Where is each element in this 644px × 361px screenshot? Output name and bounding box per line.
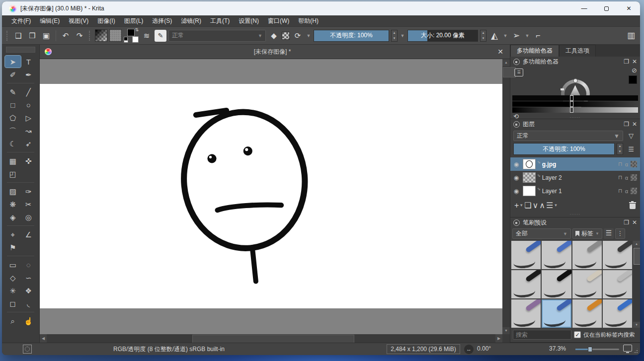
similar-color-select-tool[interactable]: ❖ [21,285,37,296]
polyline-tool[interactable]: ▷ [21,112,37,124]
toolbox-separator[interactable] [5,254,36,258]
toolbox-spacer[interactable] [21,241,37,253]
layer-row[interactable]: ◉ ⇘ Layer 2 ⊓ α [510,171,640,184]
workspace-chooser-button[interactable]: ▥ [625,29,637,42]
slider-marker[interactable] [570,95,573,101]
tab-advanced-color-selector[interactable]: 多功能拾色器 [510,45,559,57]
vertical-mirror-button[interactable]: ➢ [510,29,522,42]
smart-patch-tool[interactable]: ❋ [5,198,21,210]
foreground-color[interactable] [127,29,135,36]
new-document-button[interactable]: ❑ [12,29,24,42]
layer-name[interactable]: Layer 1 [542,188,616,195]
gradient-swatch-button[interactable] [95,29,107,42]
toolbox-separator[interactable] [5,81,36,85]
swap-colors-icon[interactable]: ⇅ [135,27,139,32]
transform-tool[interactable]: ▦ [5,155,21,167]
move-layer-down-button[interactable]: ∨ [533,201,539,210]
close-docker-icon[interactable]: ✕ [632,219,637,226]
brush-menu-icon[interactable]: ☰ [604,228,614,239]
brush-size-slider[interactable]: 大小: 20.00 像素 [407,30,478,42]
layer-row[interactable]: ◉ ⇘ g.jpg ⊓ α [510,157,640,171]
freehand-select-tool[interactable]: ∽ [21,272,37,284]
title-bar[interactable]: [未保存图像] (30.0 MiB) * - Krita — ✕ [2,1,640,15]
layer-alpha-icon[interactable]: α [625,175,628,181]
foreground-background-color-widget[interactable]: ⇅ [124,28,139,43]
menu-select[interactable]: 选择(S) [148,15,176,27]
layer-inherit-alpha-icon[interactable] [631,174,637,181]
undo-button[interactable]: ↶ [60,29,72,42]
selection-mode-icon[interactable] [23,345,32,354]
layer-lock-icon[interactable]: ⊓ [618,161,623,167]
ellipse-tool[interactable]: ○ [21,99,37,111]
multibrush-tool[interactable]: ➶ [21,138,37,149]
layer-inherit-alpha-icon[interactable] [631,188,637,194]
layer-alpha-icon[interactable]: α [625,188,628,194]
fit-to-screen-icon[interactable] [623,345,632,352]
layer-opacity-spinner[interactable]: ▲▼ [617,143,623,155]
toolbar-grip[interactable] [6,31,9,41]
menu-help[interactable]: 帮助(H) [294,15,323,27]
canvas-vertical-scrollbar[interactable]: ▲ ▼ [502,59,510,334]
chevron-down-icon[interactable]: ▼ [400,33,405,38]
close-docker-icon[interactable]: ✕ [632,58,637,65]
reset-colors-icon[interactable] [124,38,128,43]
toolbox-separator[interactable] [5,181,36,184]
brush-airbrush[interactable] [603,241,632,269]
add-layer-button[interactable]: +▼ [514,201,523,210]
canvas-rotation-value[interactable]: 0.00° [477,345,491,352]
menu-view[interactable]: 视图(V) [64,15,93,27]
brush-basic[interactable] [542,299,571,328]
similar-select-tool[interactable]: ✳ [5,285,21,296]
colorize-mask-tool[interactable]: ✂ [21,198,37,210]
toolbar-grip[interactable] [89,31,91,41]
toolbox-separator[interactable] [5,150,36,154]
scroll-right-icon[interactable]: ▶ [495,334,502,343]
menu-tools[interactable]: 工具(T) [206,15,234,27]
layer-name[interactable]: g.jpg [542,161,616,168]
ellipse-select-tool[interactable]: ◌ [21,259,37,271]
brush-search-input[interactable] [513,330,571,340]
document-close-button[interactable]: ✕ [493,48,508,56]
edit-shapes-tool[interactable]: ✐ [5,69,21,80]
docker-drag-handle[interactable]: ······ [510,213,640,217]
layer-filter-icon[interactable]: ▽ [625,132,637,140]
brush-sketch-pen[interactable] [603,270,632,298]
no-color-icon[interactable]: ⊘ [632,67,637,74]
toolbox-separator[interactable] [5,224,36,227]
canvas-rotation-icon[interactable]: ↔ [464,345,474,354]
measure-tool[interactable]: ∠ [21,228,37,240]
layer-thumbnail[interactable] [523,186,536,196]
color-slider-3[interactable] [512,107,638,113]
canvas-horizontal-scrollbar[interactable]: ◀ ▶ [40,334,502,343]
zoom-percentage[interactable]: 37.3% [549,345,566,352]
redo-button[interactable]: ↷ [74,29,85,42]
display-mode-button[interactable]: ⋮ [615,228,625,239]
tag-button[interactable]: 标签 ▼ [572,228,602,239]
freehand-path-tool[interactable]: ↝ [21,125,37,137]
brush-size-spinner[interactable]: ▲▼ [480,30,486,42]
menu-image[interactable]: 图像(I) [93,15,119,27]
image-dimensions[interactable]: 2,484 x 1,200 (29.6 MiB) [387,344,460,354]
polygon-select-tool[interactable]: ◇ [5,272,21,284]
color-selector-settings-button[interactable]: ☰ [514,69,523,76]
pan-tool[interactable]: ☝ [21,315,37,327]
close-docker-icon[interactable]: ✕ [632,121,637,128]
lock-docker-icon[interactable] [513,219,520,226]
menu-window[interactable]: 窗口(W) [263,15,294,27]
text-tool[interactable]: T [21,56,37,68]
brush-settings-button[interactable]: ≋ [141,29,153,42]
layer-thumbnail[interactable] [523,159,536,169]
move-tool[interactable]: ✜ [21,155,37,167]
gradient-tool[interactable]: ▨ [5,185,21,197]
zoom-tool[interactable]: ⌕ [5,315,21,327]
layer-lock-icon[interactable]: ⊓ [618,174,623,181]
enclose-fill-tool[interactable]: ◎ [21,211,37,223]
wrap-around-mode-button[interactable]: ⌐ [532,29,544,42]
layer-properties-button[interactable]: ☰▼ [546,201,558,210]
polygon-tool[interactable]: ⬠ [5,112,21,124]
save-button[interactable]: ▣ [40,29,52,42]
chevron-down-icon[interactable]: ▼ [524,33,530,38]
canvas-area[interactable]: ▲ ▼ ◀ ▶ [40,59,510,343]
eraser-mode-button[interactable]: ◆ [268,29,280,42]
layer-row[interactable]: ◉ ⇘ Layer 1 ⊓ α [510,184,640,198]
